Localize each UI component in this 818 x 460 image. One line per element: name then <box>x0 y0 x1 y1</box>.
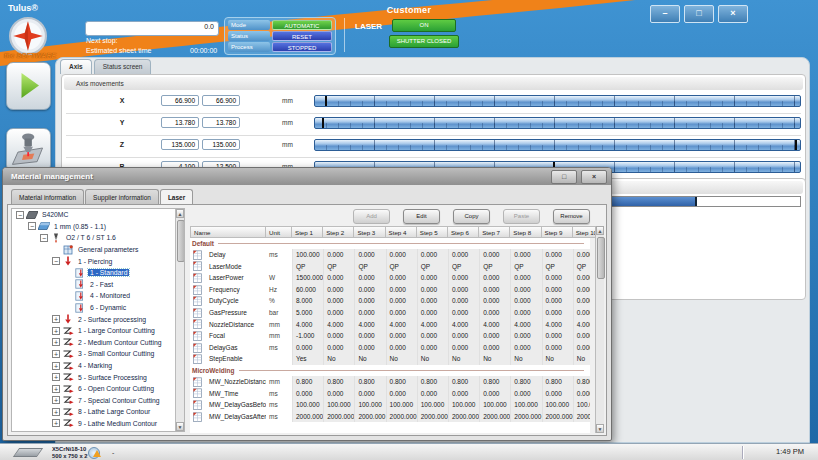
tree-item-1-mm-0-85-1-1[interactable]: −1 mm (0.85 - 1.1) <box>12 221 184 233</box>
column-header-name[interactable]: Name <box>190 226 266 238</box>
axis-actual-field[interactable]: 13.780 <box>161 117 199 128</box>
tree-item-o2-t-6-st-1-6[interactable]: −O2 / T 6 / ST 1.6 <box>12 232 184 244</box>
collapse-icon[interactable]: − <box>52 257 60 265</box>
tree-item-5-surface-processing[interactable]: +5 - Surface Processing <box>12 371 184 383</box>
tree-item-1-piercing[interactable]: −1 - Piercing <box>12 255 184 267</box>
column-header-step-8[interactable]: Step 8 <box>510 226 541 238</box>
maximize-button[interactable]: □ <box>684 5 714 23</box>
table-row-frequency[interactable]: FrequencyHz60.0000.0000.0000.0000.0000.0… <box>190 284 590 296</box>
expand-icon[interactable]: + <box>52 396 60 404</box>
tree-item-2-surface-processing[interactable]: +2 - Surface processing <box>12 313 184 325</box>
axis-target-field[interactable]: 13.780 <box>202 117 240 128</box>
column-header-step-4[interactable]: Step 4 <box>386 226 417 238</box>
table-row-mw-nozzledistance[interactable]: MW_NozzleDistancemm0.8000.8000.8000.8000… <box>190 376 590 388</box>
expand-icon[interactable]: + <box>52 419 60 427</box>
tree-item-2-medium-contour-cutting[interactable]: +2 - Medium Contour Cutting <box>12 337 184 349</box>
minimize-button[interactable]: – <box>650 5 680 23</box>
tree-item-8-lathe-large-contour[interactable]: +8 - Lathe Large Contour <box>12 406 184 418</box>
tree-item-1-standard[interactable]: 1 - Standard <box>12 267 184 279</box>
tree-item-9-lathe-medium-contour[interactable]: +9 - Lathe Medium Contour <box>12 418 184 430</box>
tree-item-10-lathe-small-contour[interactable]: +10 - Lathe Small Contour <box>12 429 184 432</box>
column-header-unit[interactable]: Unit <box>266 226 292 238</box>
tree-item-7-special-contour-cutting[interactable]: +7 - Special Contour Cutting <box>12 395 184 407</box>
tree-item-6-open-contour-cutting[interactable]: +6 - Open Contour Cutting <box>12 383 184 395</box>
expand-icon[interactable]: + <box>52 373 60 381</box>
axis-actual-field[interactable]: 135.000 <box>161 139 199 150</box>
scroll-up-icon[interactable]: ▲ <box>176 209 184 218</box>
table-row-focal[interactable]: Focalmm-1.0000.0000.0000.0000.0000.0000.… <box>190 330 590 342</box>
table-row-nozzledistance[interactable]: NozzleDistancemm4.0004.0004.0004.0004.00… <box>190 319 590 331</box>
scroll-down-icon[interactable]: ▼ <box>176 422 184 431</box>
scrollbar-thumb[interactable] <box>597 237 605 279</box>
expand-icon[interactable]: + <box>52 350 60 358</box>
tree-item-6-dynamic[interactable]: 6 - Dynamic <box>12 302 184 314</box>
step-6-value: 0.000 <box>448 295 479 307</box>
tree-item-label: S420MC <box>40 211 70 218</box>
group-rule <box>218 243 584 244</box>
expand-icon[interactable]: + <box>52 338 60 346</box>
start-button[interactable] <box>6 62 51 110</box>
tree-item-1-large-contour-cutting[interactable]: +1 - Large Contour Cutting <box>12 325 184 337</box>
axis-target-field[interactable]: 135.000 <box>202 139 240 150</box>
expand-icon[interactable]: + <box>52 315 60 323</box>
table-scrollbar[interactable]: ▲ ▼ <box>595 226 604 433</box>
counter-field[interactable]: 0.0 <box>85 21 219 36</box>
tab-axis[interactable]: Axis <box>60 59 92 74</box>
tree-item-general-parameters[interactable]: General parameters <box>12 244 184 256</box>
column-header-step-5[interactable]: Step 5 <box>417 226 448 238</box>
table-row-mw-delaygasafter[interactable]: MW_DelayGasAfterms2000.0002000.0002000.0… <box>190 411 590 423</box>
estimated-time-label: Estimated sheet time <box>86 47 151 54</box>
axis-target-field[interactable]: 66.900 <box>202 95 240 106</box>
table-row-dutycycle[interactable]: DutyCycle%8.0000.0000.0000.0000.0000.000… <box>190 295 590 307</box>
dialog-close-button[interactable]: × <box>581 170 607 184</box>
column-header-step-9[interactable]: Step 9 <box>542 226 573 238</box>
dialog-restore-button[interactable]: □ <box>551 170 577 184</box>
column-header-step-6[interactable]: Step 6 <box>448 226 479 238</box>
sheet-material-icon <box>13 448 43 457</box>
tree-item-3-small-contour-cutting[interactable]: +3 - Small Contour Cutting <box>12 348 184 360</box>
edit-button[interactable]: Edit <box>403 209 440 224</box>
laser-head-button[interactable] <box>6 128 51 172</box>
expand-icon[interactable]: + <box>52 385 60 393</box>
tree-item-s420mc[interactable]: −S420MC <box>12 209 184 221</box>
scroll-up-icon[interactable]: ▲ <box>596 226 604 235</box>
tree-item-4-monitored[interactable]: 4 - Monitored <box>12 290 184 302</box>
table-row-delaygas[interactable]: DelayGasms0.0000.0000.0000.0000.0000.000… <box>190 342 590 354</box>
close-button[interactable]: × <box>718 5 748 23</box>
laser-shutter-button[interactable]: SHUTTER CLOSED <box>389 35 459 48</box>
table-row-lasermode[interactable]: LaserModeQPQPQPQPQPQPQPQPQPQP <box>190 261 590 273</box>
table-row-laserpower[interactable]: LaserPowerW1500.0000.0000.0000.0000.0000… <box>190 272 590 284</box>
tree-item-2-fast[interactable]: 2 - Fast <box>12 279 184 291</box>
column-header-step-7[interactable]: Step 7 <box>479 226 510 238</box>
column-header-step-1[interactable]: Step 1 <box>292 226 323 238</box>
axis-actual-field[interactable]: 66.900 <box>161 95 199 106</box>
expand-icon[interactable]: + <box>52 362 60 370</box>
collapse-icon[interactable]: − <box>40 234 48 242</box>
table-row-stepenable[interactable]: StepEnableYesNoNoNoNoNoNoNoNoNo <box>190 353 590 365</box>
expand-icon[interactable]: + <box>52 327 60 335</box>
scroll-down-icon[interactable]: ▼ <box>596 424 604 433</box>
column-header-step-2[interactable]: Step 2 <box>323 226 354 238</box>
tab-status-screen[interactable]: Status screen <box>94 59 152 74</box>
dialog-tab-material-information[interactable]: Material information <box>11 189 84 204</box>
collapse-icon[interactable]: − <box>28 222 36 230</box>
collapse-icon[interactable]: − <box>16 211 24 219</box>
remove-button[interactable]: Remove <box>553 209 590 224</box>
dialog-tab-laser[interactable]: Laser <box>160 189 193 204</box>
table-row-delay[interactable]: Delayms100.0000.0000.0000.0000.0000.0000… <box>190 249 590 261</box>
table-row-mw-delaygasbefore[interactable]: MW_DelayGasBeforems100.000100.000100.000… <box>190 399 590 411</box>
add-button: Add <box>353 209 390 224</box>
tree-item-4-marking[interactable]: +4 - Marking <box>12 360 184 372</box>
table-row-gaspressure[interactable]: GasPressurebar5.0000.0000.0000.0000.0000… <box>190 307 590 319</box>
step-5-value: 0.000 <box>417 388 448 400</box>
step-7-value: 0.000 <box>479 272 510 284</box>
dialog-tab-supplier-information[interactable]: Supplier information <box>85 189 159 204</box>
column-header-step-3[interactable]: Step 3 <box>354 226 385 238</box>
table-row-mw-time[interactable]: MW_Timems0.0000.0000.0000.0000.0000.0000… <box>190 388 590 400</box>
expand-icon[interactable]: + <box>52 408 60 416</box>
expand-icon[interactable]: + <box>52 431 60 432</box>
copy-button[interactable]: Copy <box>453 209 490 224</box>
laser-on-button[interactable]: ON <box>392 19 456 32</box>
scrollbar-thumb[interactable] <box>177 220 185 262</box>
tree-scrollbar[interactable]: ▲ ▼ <box>175 209 184 431</box>
